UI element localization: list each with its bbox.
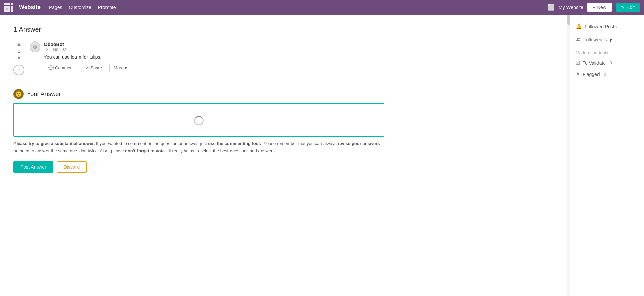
scrollbar[interactable] — [567, 15, 570, 296]
hint-text: Please try to give a substantial answer.… — [13, 140, 384, 155]
my-website-link[interactable]: My Website — [559, 5, 583, 10]
vote-down-button[interactable]: ▼ — [16, 55, 22, 61]
post-answer-button[interactable]: Post Answer — [13, 161, 53, 173]
comment-icon: 💬 — [48, 65, 54, 70]
discard-button[interactable]: Discard — [57, 161, 87, 173]
flagged-count: 0 — [604, 72, 606, 77]
edit-button[interactable]: ✎ Edit — [616, 3, 640, 12]
author-name: OdooBot — [44, 42, 64, 47]
answer-body: ☺ OdooBot 18 June 2021 You can use loam … — [30, 41, 384, 75]
accepted-check[interactable]: ✓ — [13, 65, 24, 75]
answer-buttons: Post Answer Discard — [13, 161, 384, 173]
your-answer-heading: 🙂 Your Answer — [13, 89, 384, 99]
more-button[interactable]: More ▾ — [109, 64, 131, 72]
answer-actions: 💬 Comment ↗ Share More ▾ — [30, 64, 384, 72]
followed-posts-item[interactable]: 🔔 Followed Posts — [576, 20, 639, 33]
answer-item: ▲ 0 ▼ ✓ ☺ OdooBot 18 June 2021 You can u… — [13, 41, 384, 75]
validate-icon: ☑ — [576, 60, 580, 66]
top-nav: Pages Customize Promote — [49, 5, 116, 10]
nav-customize[interactable]: Customize — [69, 5, 91, 10]
main-content: 1 Answer ▲ 0 ▼ ✓ ☺ OdooBot 18 June 2021 … — [0, 15, 398, 296]
answer-text: You can use loam for tulips. — [30, 54, 384, 60]
grid-menu-icon[interactable] — [4, 3, 13, 12]
sidebar: 🔔 Followed Posts 🏷 Followed Tags Moderat… — [570, 15, 644, 296]
nav-pages[interactable]: Pages — [49, 5, 62, 10]
nav-promote[interactable]: Promote — [98, 5, 116, 10]
vote-count: 0 — [18, 48, 20, 54]
comment-button[interactable]: 💬 Comment — [44, 64, 78, 72]
answers-heading: 1 Answer — [13, 26, 384, 33]
author-avatar: ☺ — [30, 41, 40, 52]
new-button[interactable]: + New — [587, 3, 612, 12]
brand-name: Website — [19, 4, 41, 11]
share-icon: ↗ — [85, 65, 89, 70]
to-validate-count: 0 — [610, 61, 612, 65]
bell-icon: 🔔 — [576, 24, 582, 30]
flag-icon: ⚑ — [576, 71, 580, 77]
share-button[interactable]: ↗ Share — [81, 64, 106, 72]
flagged-item[interactable]: ⚑ Flagged 0 — [576, 69, 639, 80]
answer-textarea[interactable] — [13, 103, 384, 137]
mobile-preview-icon[interactable]: ⬜ — [547, 4, 555, 11]
scroll-thumb — [567, 15, 570, 25]
vote-column: ▲ 0 ▼ ✓ — [13, 41, 24, 75]
moderation-tools-title: Moderation tools — [576, 46, 639, 57]
your-answer-section: 🙂 Your Answer Please try to give a subst… — [13, 89, 384, 173]
answer-date: 18 June 2021 — [44, 47, 68, 52]
followed-tags-item[interactable]: 🏷 Followed Tags — [576, 33, 639, 46]
user-avatar: 🙂 — [13, 89, 24, 99]
to-validate-item[interactable]: ☑ To Validate 0 — [576, 57, 639, 69]
vote-up-button[interactable]: ▲ — [16, 41, 22, 47]
tag-icon: 🏷 — [576, 37, 581, 42]
topbar: Website Pages Customize Promote ⬜ My Web… — [0, 0, 644, 15]
answer-author: ☺ OdooBot 18 June 2021 — [30, 41, 384, 52]
